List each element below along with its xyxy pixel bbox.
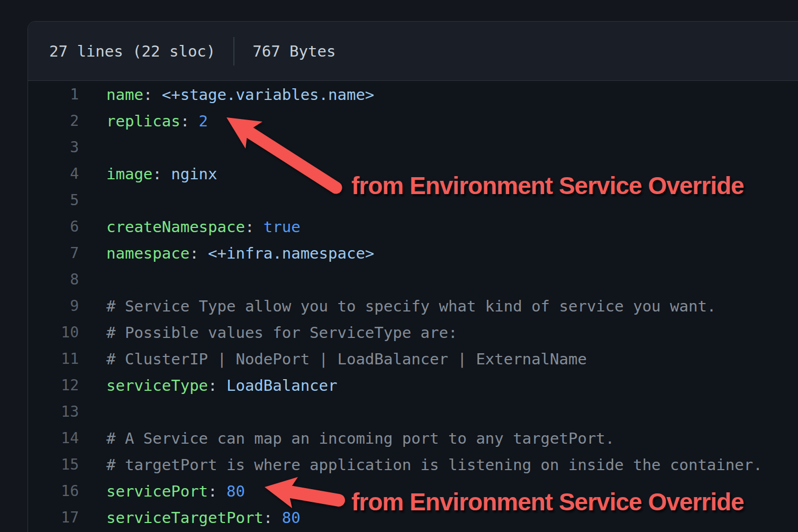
code-text: servicePort: 80 xyxy=(106,478,245,505)
code-line: 7namespace: <+infra.namespace> xyxy=(28,240,798,267)
annotation-label-serviceport: from Environment Service Override xyxy=(351,490,744,514)
code-text: # Possible values for ServiceType are: xyxy=(106,319,457,346)
token-key: replicas xyxy=(106,112,180,130)
line-number[interactable]: 14 xyxy=(28,425,79,452)
line-number[interactable]: 15 xyxy=(28,452,79,478)
line-number[interactable]: 12 xyxy=(28,372,79,399)
token-val: nginx xyxy=(171,165,217,183)
code-line: 2replicas: 2 xyxy=(28,108,798,134)
token-num: 80 xyxy=(226,482,245,500)
line-number[interactable]: 3 xyxy=(28,134,79,161)
token-key: image xyxy=(106,165,152,183)
token-key: namespace xyxy=(106,244,189,262)
token-num: 80 xyxy=(282,509,301,527)
token-punc: : xyxy=(189,244,208,262)
token-punc: : xyxy=(180,112,199,130)
code-text: serviceType: LoadBalancer xyxy=(106,372,338,399)
code-line: 8 xyxy=(28,267,798,293)
line-number[interactable]: 1 xyxy=(28,81,79,108)
code-line: 14# A Service can map an incoming port t… xyxy=(28,425,798,452)
line-number[interactable]: 4 xyxy=(28,161,79,187)
line-number[interactable]: 16 xyxy=(28,478,79,505)
token-comment: # ClusterIP | NodePort | LoadBalancer | … xyxy=(106,350,587,368)
code-area: 1name: <+stage.variables.name>2replicas:… xyxy=(28,81,798,531)
token-key: createNamespace xyxy=(106,218,245,236)
token-comment: # Possible values for ServiceType are: xyxy=(106,324,457,342)
code-line: 3 xyxy=(28,134,798,161)
token-key: serviceTargetPort xyxy=(106,509,264,527)
file-header: 27 lines (22 sloc) 767 Bytes xyxy=(28,22,798,81)
code-text: # A Service can map an incoming port to … xyxy=(106,425,614,452)
code-line: 13 xyxy=(28,399,798,425)
line-number[interactable]: 11 xyxy=(28,346,79,372)
line-number[interactable]: 13 xyxy=(28,399,79,425)
token-comment: # Service Type allow you to specify what… xyxy=(106,297,716,315)
token-num: 2 xyxy=(199,112,208,130)
line-number[interactable]: 10 xyxy=(28,319,79,346)
line-number[interactable]: 9 xyxy=(28,293,79,319)
token-punc: : xyxy=(264,509,282,527)
code-text: namespace: <+infra.namespace> xyxy=(106,240,374,267)
line-number[interactable]: 8 xyxy=(28,267,79,293)
file-lines-info: 27 lines (22 sloc) xyxy=(49,42,215,60)
header-divider xyxy=(233,37,234,66)
code-line: 6createNamespace: true xyxy=(28,214,798,240)
token-punc: : xyxy=(208,377,226,395)
code-text: replicas: 2 xyxy=(106,108,208,134)
token-comment: # A Service can map an incoming port to … xyxy=(106,429,614,447)
token-key: servicePort xyxy=(106,482,208,500)
token-key: name xyxy=(106,86,143,104)
token-val: <+stage.variables.name> xyxy=(162,86,375,104)
file-size-info: 767 Bytes xyxy=(252,42,335,60)
code-text: image: nginx xyxy=(106,161,217,187)
code-text: serviceTargetPort: 80 xyxy=(106,505,301,531)
token-val: <+infra.namespace> xyxy=(208,244,374,262)
line-number[interactable]: 17 xyxy=(28,505,79,531)
token-key: serviceType xyxy=(106,377,208,395)
code-line: 9# Service Type allow you to specify wha… xyxy=(28,293,798,319)
line-number[interactable]: 6 xyxy=(28,214,79,240)
line-number[interactable]: 2 xyxy=(28,108,79,134)
annotation-label-replicas: from Environment Service Override xyxy=(351,173,744,198)
code-line: 1name: <+stage.variables.name> xyxy=(28,81,798,108)
line-number[interactable]: 7 xyxy=(28,240,79,267)
code-text: name: <+stage.variables.name> xyxy=(106,81,374,108)
code-line: 15# targetPort is where application is l… xyxy=(28,452,798,478)
token-punc: : xyxy=(152,165,171,183)
line-number[interactable]: 5 xyxy=(28,187,79,214)
code-text: # Service Type allow you to specify what… xyxy=(106,293,716,319)
code-text: createNamespace: true xyxy=(106,214,301,240)
token-bool: true xyxy=(264,218,301,236)
token-punc: : xyxy=(208,482,226,500)
code-line: 12serviceType: LoadBalancer xyxy=(28,372,798,399)
code-text: # targetPort is where application is lis… xyxy=(106,452,763,478)
file-viewer: 27 lines (22 sloc) 767 Bytes 1name: <+st… xyxy=(28,21,798,532)
token-val: LoadBalancer xyxy=(226,377,338,395)
token-punc: : xyxy=(143,86,162,104)
code-text: # ClusterIP | NodePort | LoadBalancer | … xyxy=(106,346,587,372)
code-line: 11# ClusterIP | NodePort | LoadBalancer … xyxy=(28,346,798,372)
code-line: 10# Possible values for ServiceType are: xyxy=(28,319,798,346)
token-comment: # targetPort is where application is lis… xyxy=(106,456,763,474)
token-punc: : xyxy=(245,218,264,236)
